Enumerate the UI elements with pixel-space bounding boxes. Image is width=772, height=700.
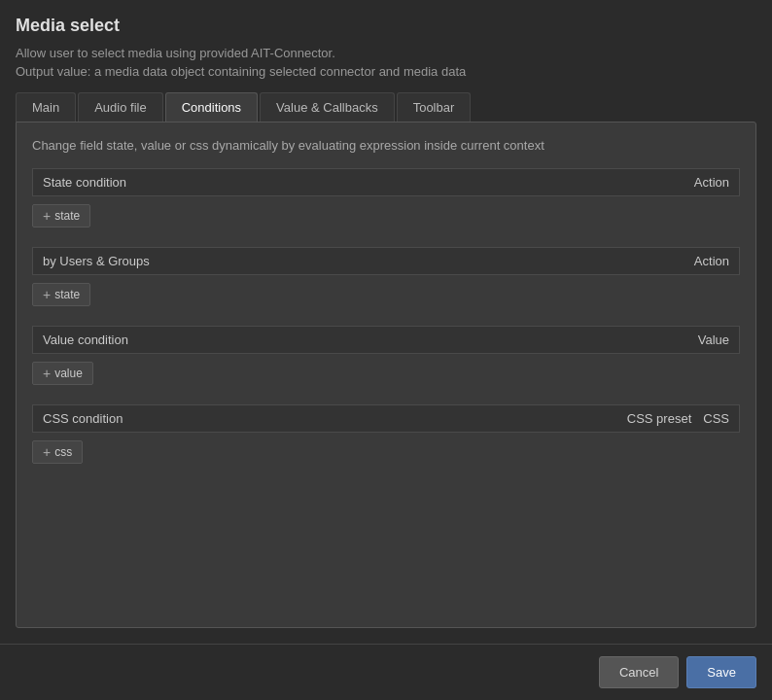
modal-description: Allow user to select media using provide… <box>16 46 756 60</box>
state-condition-section: State condition Action + state <box>32 168 740 228</box>
state-condition-label: State condition <box>43 175 126 190</box>
css-label: CSS <box>703 411 729 426</box>
conditions-description: Change field state, value or css dynamic… <box>32 138 740 153</box>
users-groups-header: by Users & Groups Action <box>32 247 740 275</box>
value-condition-section: Value condition Value + value <box>32 326 740 385</box>
tab-value-callbacks[interactable]: Value & Callbacks <box>260 92 395 122</box>
state-condition-action: Action <box>694 175 729 190</box>
tab-main[interactable]: Main <box>16 92 76 122</box>
tab-conditions[interactable]: Conditions <box>165 92 258 122</box>
modal-container: Media select Allow user to select media … <box>0 0 772 644</box>
users-groups-label: by Users & Groups <box>43 254 150 268</box>
add-users-groups-label: state <box>54 288 80 301</box>
conditions-tab-content: Change field state, value or css dynamic… <box>16 122 756 628</box>
save-button[interactable]: Save <box>686 656 756 688</box>
add-css-button[interactable]: + css <box>32 440 83 464</box>
modal-footer: Cancel Save <box>0 644 772 700</box>
state-condition-header: State condition Action <box>32 168 740 196</box>
css-preset-label: CSS preset <box>627 411 691 426</box>
add-value-label: value <box>54 367 83 380</box>
tab-bar: Main Audio file Conditions Value & Callb… <box>16 92 756 122</box>
plus-icon: + <box>43 209 51 223</box>
value-condition-action: Value <box>698 332 729 347</box>
add-css-label: css <box>54 445 72 459</box>
add-state-label: state <box>54 209 80 223</box>
add-state-button[interactable]: + state <box>32 204 90 228</box>
users-groups-section: by Users & Groups Action + state <box>32 247 740 306</box>
plus-icon: + <box>43 367 51 380</box>
value-condition-header: Value condition Value <box>32 326 740 354</box>
cancel-button[interactable]: Cancel <box>599 656 679 688</box>
css-condition-header: CSS condition CSS preset CSS <box>32 404 740 433</box>
plus-icon: + <box>43 288 51 301</box>
css-condition-label: CSS condition <box>43 411 123 426</box>
users-groups-action: Action <box>694 254 729 268</box>
css-condition-section: CSS condition CSS preset CSS + css <box>32 404 740 464</box>
tab-toolbar[interactable]: Toolbar <box>397 92 472 122</box>
plus-icon: + <box>43 445 51 459</box>
modal-title: Media select <box>16 16 756 36</box>
modal-output: Output value: a media data object contai… <box>16 64 756 79</box>
tab-audio-file[interactable]: Audio file <box>78 92 162 122</box>
value-condition-label: Value condition <box>43 332 128 347</box>
add-value-button[interactable]: + value <box>32 362 93 385</box>
add-users-groups-button[interactable]: + state <box>32 283 90 306</box>
css-action-labels: CSS preset CSS <box>627 411 729 426</box>
